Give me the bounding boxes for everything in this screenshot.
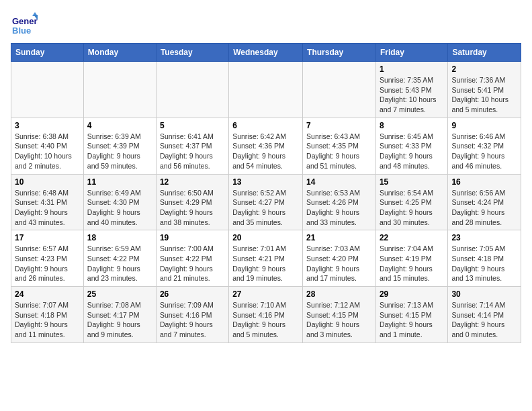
calendar-cell: 8Sunrise: 6:45 AM Sunset: 4:33 PM Daylig… [375,118,447,174]
calendar-cell: 19Sunrise: 7:00 AM Sunset: 4:22 PM Dayli… [156,230,228,287]
weekday-header: Tuesday [156,44,228,62]
day-info: Sunrise: 6:39 AM Sunset: 4:39 PM Dayligh… [87,132,152,171]
calendar-cell: 5Sunrise: 6:41 AM Sunset: 4:37 PM Daylig… [156,118,228,174]
day-number: 14 [306,177,372,187]
day-number: 4 [87,121,152,130]
day-number: 17 [15,233,80,242]
day-number: 27 [232,289,299,299]
day-number: 23 [451,233,517,242]
day-info: Sunrise: 6:52 AM Sunset: 4:27 PM Dayligh… [232,188,299,228]
calendar-cell: 9Sunrise: 6:46 AM Sunset: 4:32 PM Daylig… [448,118,521,174]
calendar-cell: 20Sunrise: 7:01 AM Sunset: 4:21 PM Dayli… [229,230,303,287]
day-info: Sunrise: 7:05 AM Sunset: 4:18 PM Dayligh… [451,244,517,283]
day-info: Sunrise: 7:13 AM Sunset: 4:15 PM Dayligh… [380,300,444,340]
day-number: 18 [87,233,152,242]
calendar-cell: 28Sunrise: 7:12 AM Sunset: 4:15 PM Dayli… [303,287,376,343]
day-number: 15 [380,177,444,187]
day-info: Sunrise: 6:41 AM Sunset: 4:37 PM Dayligh… [160,132,225,171]
calendar-cell [229,62,303,118]
weekday-header: Saturday [448,44,521,62]
day-number: 11 [87,177,152,187]
calendar-cell: 22Sunrise: 7:04 AM Sunset: 4:19 PM Dayli… [375,230,447,287]
day-number: 8 [380,121,444,130]
logo: General Blue [11,11,40,38]
day-number: 25 [87,289,152,299]
day-number: 19 [160,233,225,242]
day-number: 2 [451,64,517,74]
day-number: 22 [380,233,444,242]
calendar-cell: 26Sunrise: 7:09 AM Sunset: 4:16 PM Dayli… [156,287,228,343]
calendar-cell: 2Sunrise: 7:36 AM Sunset: 5:41 PM Daylig… [448,62,521,118]
calendar-cell: 1Sunrise: 7:35 AM Sunset: 5:43 PM Daylig… [375,62,447,118]
calendar-cell: 24Sunrise: 7:07 AM Sunset: 4:18 PM Dayli… [11,287,84,343]
day-number: 3 [15,121,80,130]
day-number: 12 [160,177,225,187]
day-number: 30 [451,289,517,299]
day-info: Sunrise: 6:43 AM Sunset: 4:35 PM Dayligh… [306,132,372,171]
day-number: 16 [451,177,517,187]
day-info: Sunrise: 7:14 AM Sunset: 4:14 PM Dayligh… [451,300,517,340]
weekday-header: Sunday [11,44,84,62]
calendar-cell: 25Sunrise: 7:08 AM Sunset: 4:17 PM Dayli… [83,287,156,343]
day-info: Sunrise: 7:04 AM Sunset: 4:19 PM Dayligh… [380,244,444,283]
calendar-cell: 4Sunrise: 6:39 AM Sunset: 4:39 PM Daylig… [83,118,156,174]
calendar-cell [303,62,376,118]
day-info: Sunrise: 7:08 AM Sunset: 4:17 PM Dayligh… [87,300,152,340]
day-number: 9 [451,121,517,130]
calendar-cell: 11Sunrise: 6:49 AM Sunset: 4:30 PM Dayli… [83,174,156,230]
calendar-table: SundayMondayTuesdayWednesdayThursdayFrid… [11,43,521,343]
calendar-cell [11,62,84,118]
day-info: Sunrise: 7:07 AM Sunset: 4:18 PM Dayligh… [15,300,80,340]
day-number: 1 [380,64,444,74]
calendar-cell: 12Sunrise: 6:50 AM Sunset: 4:29 PM Dayli… [156,174,228,230]
day-info: Sunrise: 7:03 AM Sunset: 4:20 PM Dayligh… [306,244,372,283]
day-number: 24 [15,289,80,299]
day-info: Sunrise: 6:49 AM Sunset: 4:30 PM Dayligh… [87,188,152,228]
day-info: Sunrise: 6:53 AM Sunset: 4:26 PM Dayligh… [306,188,372,228]
day-info: Sunrise: 7:00 AM Sunset: 4:22 PM Dayligh… [160,244,225,283]
day-info: Sunrise: 6:38 AM Sunset: 4:40 PM Dayligh… [15,132,80,171]
day-info: Sunrise: 6:56 AM Sunset: 4:24 PM Dayligh… [451,188,517,228]
day-info: Sunrise: 7:09 AM Sunset: 4:16 PM Dayligh… [160,300,225,340]
calendar-cell [83,62,156,118]
weekday-header: Monday [83,44,156,62]
weekday-header: Wednesday [229,44,303,62]
calendar-cell: 16Sunrise: 6:56 AM Sunset: 4:24 PM Dayli… [448,174,521,230]
calendar-cell: 30Sunrise: 7:14 AM Sunset: 4:14 PM Dayli… [448,287,521,343]
svg-text:Blue: Blue [12,26,31,36]
calendar-cell: 18Sunrise: 6:59 AM Sunset: 4:22 PM Dayli… [83,230,156,287]
day-info: Sunrise: 7:12 AM Sunset: 4:15 PM Dayligh… [306,300,372,340]
calendar-cell: 10Sunrise: 6:48 AM Sunset: 4:31 PM Dayli… [11,174,84,230]
day-number: 21 [306,233,372,242]
calendar-cell: 6Sunrise: 6:42 AM Sunset: 4:36 PM Daylig… [229,118,303,174]
day-info: Sunrise: 6:59 AM Sunset: 4:22 PM Dayligh… [87,244,152,283]
day-info: Sunrise: 7:01 AM Sunset: 4:21 PM Dayligh… [232,244,299,283]
calendar-cell [156,62,228,118]
day-number: 26 [160,289,225,299]
day-number: 7 [306,121,372,130]
day-number: 13 [232,177,299,187]
calendar-cell: 14Sunrise: 6:53 AM Sunset: 4:26 PM Dayli… [303,174,376,230]
day-info: Sunrise: 6:57 AM Sunset: 4:23 PM Dayligh… [15,244,80,283]
svg-text:General: General [12,16,38,26]
day-number: 6 [232,121,299,130]
day-number: 5 [160,121,225,130]
day-info: Sunrise: 6:54 AM Sunset: 4:25 PM Dayligh… [380,188,444,228]
day-info: Sunrise: 7:36 AM Sunset: 5:41 PM Dayligh… [451,75,517,115]
calendar-cell: 27Sunrise: 7:10 AM Sunset: 4:16 PM Dayli… [229,287,303,343]
day-info: Sunrise: 7:10 AM Sunset: 4:16 PM Dayligh… [232,300,299,340]
day-number: 20 [232,233,299,242]
calendar-cell: 15Sunrise: 6:54 AM Sunset: 4:25 PM Dayli… [375,174,447,230]
day-info: Sunrise: 6:46 AM Sunset: 4:32 PM Dayligh… [451,132,517,171]
calendar-cell: 13Sunrise: 6:52 AM Sunset: 4:27 PM Dayli… [229,174,303,230]
weekday-header: Thursday [303,44,376,62]
day-info: Sunrise: 6:50 AM Sunset: 4:29 PM Dayligh… [160,188,225,228]
calendar-cell: 21Sunrise: 7:03 AM Sunset: 4:20 PM Dayli… [303,230,376,287]
day-info: Sunrise: 6:42 AM Sunset: 4:36 PM Dayligh… [232,132,299,171]
day-number: 28 [306,289,372,299]
day-number: 29 [380,289,444,299]
weekday-header: Friday [375,44,447,62]
calendar-body: 1Sunrise: 7:35 AM Sunset: 5:43 PM Daylig… [11,62,521,343]
calendar-cell: 23Sunrise: 7:05 AM Sunset: 4:18 PM Dayli… [448,230,521,287]
day-number: 10 [15,177,80,187]
